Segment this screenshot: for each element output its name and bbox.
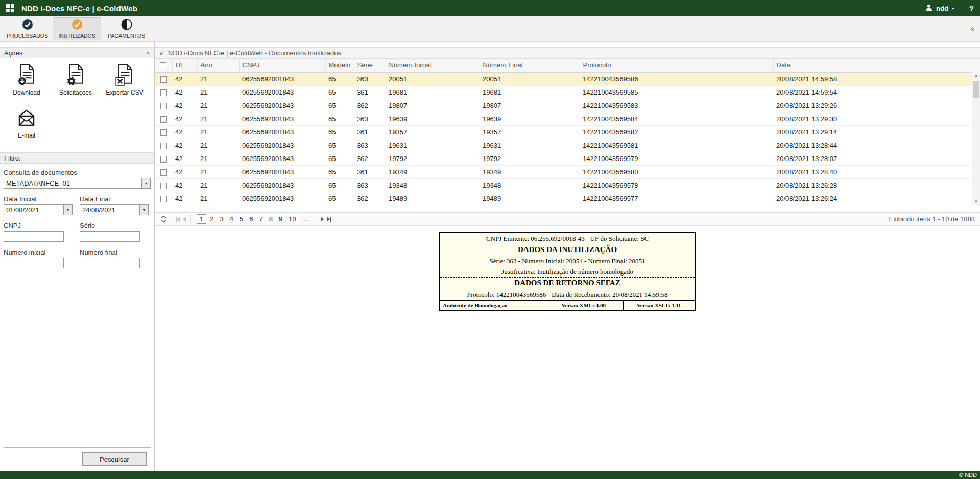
page-8-button[interactable]: 8 <box>267 215 275 223</box>
page-3-button[interactable]: 3 <box>217 215 226 223</box>
row-checkbox[interactable] <box>160 143 167 149</box>
cell: 42 <box>172 152 197 165</box>
apps-grid-icon[interactable] <box>6 4 14 12</box>
column-header[interactable]: CNPJ <box>239 59 325 72</box>
scroll-up-icon[interactable]: ▲ <box>974 74 978 78</box>
table-row[interactable]: 4221062556920018436536119681196811422100… <box>155 85 972 99</box>
column-header[interactable]: UF <box>172 59 197 72</box>
last-page-button[interactable] <box>327 217 331 222</box>
caret-down-icon: ▼ <box>145 181 148 185</box>
row-checkbox[interactable] <box>160 116 167 123</box>
data-final-combobox: ▼ <box>80 204 149 215</box>
preview-versao-xslt: Versão XSLT: 1.11 <box>624 301 695 310</box>
scroll-down-icon[interactable]: ▼ <box>974 200 978 204</box>
numero-final-label: Número final <box>80 248 149 256</box>
row-checkbox[interactable] <box>160 196 167 202</box>
tab-pagamentos[interactable]: PAGAMENTOS <box>102 17 151 40</box>
row-checkbox[interactable] <box>160 183 167 189</box>
envelope-icon <box>15 105 38 131</box>
help-button[interactable]: ? <box>969 4 974 13</box>
column-header[interactable]: Número Final <box>480 59 580 72</box>
row-checkbox[interactable] <box>160 156 167 163</box>
page-9-button[interactable]: 9 <box>276 215 285 223</box>
action-label: Download <box>13 89 40 96</box>
exportar-csv-button[interactable]: Exportar CSV <box>100 62 149 105</box>
preview-protocolo-line: Protocolo: 142210043569586 - Data de Rec… <box>440 289 695 300</box>
page-5-button[interactable]: 5 <box>237 215 246 223</box>
table-row[interactable]: 4221062556920018436536219807198071422100… <box>155 99 972 112</box>
column-header[interactable]: Modelo <box>325 59 354 72</box>
page-6-button[interactable]: 6 <box>247 215 255 223</box>
page-4-button[interactable]: 4 <box>227 215 236 223</box>
action-label: Solicitações <box>59 89 92 96</box>
cell: 142210043569581 <box>580 139 773 152</box>
table-row[interactable]: 4221062556920018436536319639196391422100… <box>155 112 972 125</box>
row-checkbox[interactable] <box>160 129 167 136</box>
data-final-input[interactable] <box>80 205 148 215</box>
cell: 19639 <box>480 112 580 125</box>
page-1-button[interactable]: 1 <box>197 214 206 224</box>
scrollbar-thumb[interactable] <box>973 81 979 98</box>
column-header[interactable]: Data <box>773 59 972 72</box>
first-page-button[interactable] <box>176 217 180 222</box>
cell: 20/08/2021 14:59:54 <box>773 85 972 99</box>
page-7-button[interactable]: 7 <box>256 215 265 223</box>
tab-inutilizados[interactable]: INUTILIZADOS <box>53 17 101 40</box>
column-header[interactable]: Número Inicial <box>386 59 480 72</box>
cell: 65 <box>325 85 354 99</box>
row-checkbox[interactable] <box>160 76 167 83</box>
solicitacoes-button[interactable]: Solicitações <box>51 62 100 105</box>
numero-inicial-input[interactable] <box>4 258 64 268</box>
table-row[interactable]: 4221062556920018436536119357193571422100… <box>155 125 972 139</box>
tab-processados[interactable]: PROCESSADOS <box>3 17 52 40</box>
cell: 42 <box>172 72 197 85</box>
column-header[interactable]: Ano <box>197 59 239 72</box>
table-row[interactable]: 4221062556920018436536219489194891422100… <box>155 192 972 205</box>
page-10-button[interactable]: 10 <box>286 215 298 223</box>
table-row[interactable]: 4221062556920018436536219792197921422100… <box>155 152 972 165</box>
table-row[interactable]: 4221062556920018436536319631196311422100… <box>155 139 972 152</box>
cell: 20/08/2021 13:29:14 <box>773 125 972 139</box>
download-document-icon <box>17 62 36 88</box>
chevron-double-left-icon[interactable]: « <box>159 49 163 57</box>
consulta-dropdown-button[interactable]: ▼ <box>141 178 150 188</box>
column-header[interactable]: Série <box>354 59 386 72</box>
row-checkbox[interactable] <box>160 169 167 176</box>
page-2-button[interactable]: 2 <box>207 215 216 223</box>
document-x-icon <box>115 62 134 88</box>
chevron-double-up-icon: « <box>145 51 152 55</box>
serie-input[interactable] <box>80 231 140 242</box>
data-inicial-input[interactable] <box>4 205 72 215</box>
collapse-toolbar-button[interactable]: « <box>971 25 975 33</box>
cnpj-input[interactable] <box>4 231 64 242</box>
numero-final-input[interactable] <box>80 258 140 268</box>
column-header[interactable]: Protocolo <box>580 59 773 72</box>
cell: 06255692001843 <box>239 178 325 192</box>
pesquisar-button[interactable]: Pesquisar <box>82 452 147 466</box>
table-scrollbar[interactable]: ▲ ▼ <box>972 73 980 205</box>
select-all-checkbox[interactable] <box>160 62 166 69</box>
row-checkbox[interactable] <box>160 103 167 109</box>
refresh-button[interactable] <box>160 215 168 223</box>
check-circle-orange-icon <box>71 19 83 32</box>
previous-page-button[interactable] <box>183 217 186 222</box>
row-checkbox[interactable] <box>160 89 167 96</box>
data-final-dropdown-button[interactable]: ▼ <box>139 205 148 215</box>
email-button[interactable]: E-mail <box>2 105 51 148</box>
collapse-actions-button[interactable]: « <box>147 49 150 57</box>
consulta-select[interactable] <box>4 178 150 188</box>
main-panel: « NDD i-Docs NFC-e | e-ColdWeb - Documen… <box>155 42 980 471</box>
table-row[interactable]: 4221062556920018436536319348193481422100… <box>155 178 972 192</box>
data-inicial-dropdown-button[interactable]: ▼ <box>63 205 72 215</box>
user-menu[interactable]: ndd ▼ <box>925 4 955 13</box>
toolbar: PROCESSADOS INUTILIZADOS PAGAMENTOS « <box>0 16 980 42</box>
table-row[interactable]: 4221062556920018436536119349193491422100… <box>155 165 972 178</box>
next-page-button[interactable] <box>321 217 324 222</box>
cell: 42 <box>172 178 197 192</box>
cell: 363 <box>354 72 386 85</box>
table-row[interactable]: 4221062556920018436536320051200511422100… <box>155 72 972 85</box>
download-button[interactable]: Download <box>2 62 51 105</box>
cell: 20/08/2021 13:26:24 <box>773 192 972 205</box>
cell: 06255692001843 <box>239 192 325 205</box>
page-ellipsis[interactable]: ... <box>300 215 310 223</box>
